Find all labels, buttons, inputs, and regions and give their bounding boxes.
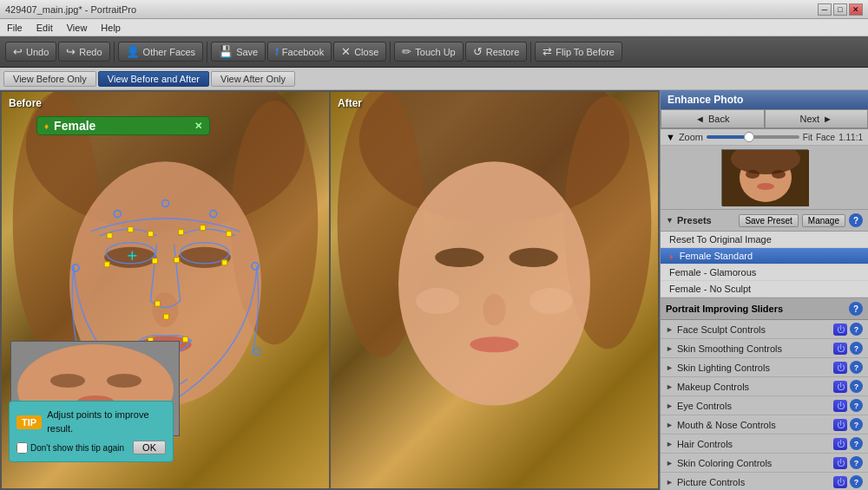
menu-edit[interactable]: Edit bbox=[33, 23, 56, 33]
help-button-mouth[interactable]: ? bbox=[850, 418, 863, 431]
zoom-face[interactable]: Face bbox=[816, 133, 835, 142]
tip-ok-button[interactable]: OK bbox=[133, 441, 166, 454]
power-button-face[interactable]: ⏻ bbox=[833, 323, 847, 336]
view-before-only-button[interactable]: View Before Only bbox=[3, 71, 96, 87]
power-button-lighting[interactable]: ⏻ bbox=[833, 362, 847, 374]
thumbnail-area bbox=[661, 146, 868, 210]
svg-rect-20 bbox=[155, 301, 160, 306]
tip-badge: TIP bbox=[16, 415, 42, 429]
next-arrow-icon: ► bbox=[823, 114, 832, 124]
next-button[interactable]: Next ► bbox=[765, 109, 869, 128]
right-panel: Enhance Photo ◄ Back Next ► ▼ Zoom Fit F… bbox=[660, 90, 868, 490]
power-button-makeup[interactable]: ⏻ bbox=[833, 381, 847, 393]
after-image bbox=[331, 92, 658, 488]
female-text: Female bbox=[54, 119, 95, 133]
slider-hair[interactable]: ► Hair Controls ⏻ ? bbox=[661, 434, 868, 454]
svg-rect-23 bbox=[183, 336, 188, 342]
power-button-skin[interactable]: ⏻ bbox=[833, 343, 847, 355]
preset-item-female-standard[interactable]: ♦ Female Standard bbox=[661, 248, 868, 265]
sliders-help-button[interactable]: ? bbox=[849, 302, 863, 316]
menu-help[interactable]: Help bbox=[97, 23, 124, 33]
svg-point-45 bbox=[470, 336, 518, 352]
menu-view[interactable]: View bbox=[63, 23, 91, 33]
minimize-button[interactable]: ─ bbox=[818, 3, 832, 16]
presets-help-button[interactable]: ? bbox=[849, 213, 863, 227]
help-button-coloring[interactable]: ? bbox=[850, 456, 863, 469]
svg-rect-12 bbox=[148, 232, 153, 237]
power-button-hair[interactable]: ⏻ bbox=[833, 438, 847, 450]
slider-picture[interactable]: ► Picture Controls ⏻ ? bbox=[661, 473, 868, 490]
help-button-makeup[interactable]: ? bbox=[850, 380, 863, 393]
power-button-picture[interactable]: ⏻ bbox=[833, 476, 847, 488]
save-button[interactable]: 💾 Save bbox=[211, 42, 266, 62]
other-faces-button[interactable]: 👤 Other Faces bbox=[118, 42, 204, 62]
separator-2 bbox=[207, 42, 207, 62]
preset-item-glamorous[interactable]: Female - Glamorous bbox=[661, 265, 868, 281]
zoom-fit[interactable]: Fit bbox=[803, 133, 812, 142]
view-after-only-button[interactable]: View After Only bbox=[211, 71, 295, 87]
save-preset-button[interactable]: Save Preset bbox=[739, 214, 798, 227]
view-before-after-button[interactable]: View Before and After bbox=[98, 71, 209, 87]
zoom-value: 1.11:1 bbox=[838, 133, 863, 142]
flip-button[interactable]: ⇄ Flip To Before bbox=[535, 42, 622, 62]
zoom-slider[interactable] bbox=[707, 135, 799, 139]
power-button-coloring[interactable]: ⏻ bbox=[833, 457, 847, 469]
slider-skin-smoothing[interactable]: ► Skin Smoothing Controls ⏻ ? bbox=[661, 339, 868, 358]
svg-point-29 bbox=[161, 200, 168, 207]
slider-face-sculpt[interactable]: ► Face Sculpt Controls ⏻ ? bbox=[661, 320, 868, 339]
manage-button[interactable]: Manage bbox=[802, 214, 845, 227]
slider-icons-3: ⏻ ? bbox=[833, 361, 863, 374]
help-button-picture[interactable]: ? bbox=[850, 475, 863, 488]
slider-icons-8: ⏻ ? bbox=[833, 456, 863, 469]
slider-skin-coloring[interactable]: ► Skin Coloring Controls ⏻ ? bbox=[661, 454, 868, 473]
slider-skin-lighting[interactable]: ► Skin Lighting Controls ⏻ ? bbox=[661, 358, 868, 377]
help-button-eye[interactable]: ? bbox=[850, 399, 863, 412]
power-button-eye[interactable]: ⏻ bbox=[833, 400, 847, 412]
zoom-triangle: ▼ bbox=[666, 132, 675, 142]
close-button[interactable]: ✕ Close bbox=[333, 42, 386, 62]
help-button-lighting[interactable]: ? bbox=[850, 361, 863, 374]
female-label-close[interactable]: ✕ bbox=[194, 121, 202, 132]
tip-checkbox[interactable] bbox=[16, 442, 28, 454]
svg-rect-14 bbox=[201, 225, 206, 231]
zoom-handle[interactable] bbox=[744, 132, 754, 142]
slider-arrow-icon-9: ► bbox=[666, 478, 674, 487]
touchup-icon: ✏ bbox=[402, 45, 411, 58]
pin-icon-standard: ♦ bbox=[669, 252, 674, 261]
restore-button[interactable]: ↺ Restore bbox=[465, 42, 528, 62]
preset-item-reset[interactable]: Reset To Original Image bbox=[661, 232, 868, 248]
svg-rect-16 bbox=[104, 262, 109, 267]
help-button-hair[interactable]: ? bbox=[850, 437, 863, 450]
slider-arrow-icon-3: ► bbox=[666, 363, 674, 372]
tip-checkbox-label[interactable]: Don't show this tip again bbox=[16, 442, 124, 454]
help-button-face[interactable]: ? bbox=[850, 323, 863, 336]
main-content: Before bbox=[0, 90, 868, 490]
slider-arrow-icon-4: ► bbox=[666, 382, 674, 391]
preset-list: Reset To Original Image ♦ Female Standar… bbox=[661, 232, 868, 298]
window-controls: ─ □ ✕ bbox=[818, 3, 863, 16]
maximize-button[interactable]: □ bbox=[833, 3, 847, 16]
back-button[interactable]: ◄ Back bbox=[661, 109, 765, 128]
slider-makeup[interactable]: ► Makeup Controls ⏻ ? bbox=[661, 377, 868, 396]
redo-button[interactable]: ↪ Redo bbox=[58, 42, 109, 62]
title-bar: 429407_main.jpg* - PortraitPro ─ □ ✕ bbox=[0, 0, 868, 19]
slider-icons-7: ⏻ ? bbox=[833, 437, 863, 450]
slider-mouth-nose[interactable]: ► Mouth & Nose Controls ⏻ ? bbox=[661, 415, 868, 434]
slider-eye[interactable]: ► Eye Controls ⏻ ? bbox=[661, 396, 868, 415]
help-button-skin[interactable]: ? bbox=[850, 342, 863, 355]
back-arrow-icon: ◄ bbox=[695, 114, 705, 124]
separator-1 bbox=[114, 42, 115, 62]
slider-arrow-icon-5: ► bbox=[666, 402, 674, 410]
facebook-icon: f bbox=[275, 45, 279, 58]
tip-text: Adjust points to improve result. bbox=[47, 408, 166, 435]
undo-button[interactable]: ↩ Undo bbox=[5, 42, 56, 62]
facebook-button[interactable]: f Facebook bbox=[267, 42, 332, 62]
preset-item-no-sculpt[interactable]: Female - No Sculpt bbox=[661, 281, 868, 297]
window-close-button[interactable]: ✕ bbox=[849, 3, 863, 16]
slider-icons-2: ⏻ ? bbox=[833, 342, 863, 355]
power-button-mouth[interactable]: ⏻ bbox=[833, 419, 847, 431]
menu-file[interactable]: File bbox=[3, 23, 26, 33]
svg-rect-13 bbox=[179, 230, 184, 235]
svg-point-8 bbox=[106, 243, 155, 264]
touch-up-button[interactable]: ✏ Touch Up bbox=[394, 42, 463, 62]
